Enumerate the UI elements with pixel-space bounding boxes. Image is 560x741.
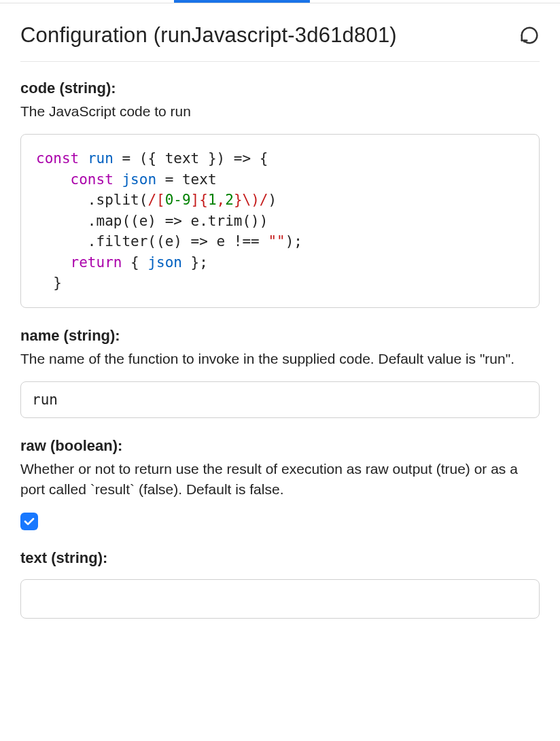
token-json2: json: [147, 254, 182, 271]
field-name-label: name (string):: [20, 327, 540, 345]
token-regex-mid: ]{: [191, 192, 208, 208]
field-text-label: text (string):: [20, 549, 540, 567]
token-eq-open: = ({ text }) => {: [113, 150, 268, 167]
token-close-paren: ): [268, 192, 277, 208]
field-name: name (string): The name of the function …: [20, 327, 540, 418]
panel-title: Configuration (runJavascript-3d61d801): [20, 23, 397, 48]
field-raw-desc: Whether or not to return use the result …: [20, 459, 540, 500]
token-regex-digits: 0-9: [165, 192, 191, 208]
code-input[interactable]: const run = ({ text }) => { const json =…: [20, 134, 540, 307]
field-name-desc: The name of the function to invoke in th…: [20, 349, 540, 369]
token-filter-end: );: [285, 233, 302, 249]
field-raw-label: raw (boolean):: [20, 437, 540, 455]
token-const: const: [36, 150, 79, 167]
token-regex-close: }\)/: [234, 192, 268, 208]
token-regex-open: /[: [147, 192, 164, 208]
field-code: code (string): The JavaScript code to ru…: [20, 80, 540, 308]
refresh-icon[interactable]: [519, 25, 540, 46]
field-code-desc: The JavaScript code to run: [20, 101, 540, 122]
token-dot-filter-pre: .filter((e) => e !==: [88, 233, 268, 249]
token-regex-q2: 2: [225, 192, 234, 208]
token-return: return: [71, 254, 122, 271]
token-const2: const: [71, 171, 113, 188]
raw-checkbox[interactable]: [20, 513, 38, 530]
token-ret-open: {: [122, 254, 147, 271]
token-regex-comma: ,: [217, 192, 226, 208]
token-regex-q1: 1: [208, 192, 217, 208]
token-brace-close: }: [53, 275, 62, 291]
token-json: json: [122, 171, 156, 188]
name-input[interactable]: [20, 381, 540, 418]
token-dot-split: .split(: [88, 192, 148, 208]
panel-header: Configuration (runJavascript-3d61d801): [20, 23, 540, 62]
token-run: run: [88, 150, 113, 167]
field-raw: raw (boolean): Whether or not to return …: [20, 437, 540, 530]
field-text: text (string):: [20, 549, 540, 619]
field-code-label: code (string):: [20, 80, 540, 97]
token-empty-str: "": [268, 233, 285, 249]
svg-point-0: [524, 41, 525, 41]
token-ret-close: };: [182, 254, 208, 271]
config-panel: Configuration (runJavascript-3d61d801) c…: [0, 5, 560, 655]
token-assign-text: = text: [156, 171, 217, 188]
text-input[interactable]: [20, 579, 540, 619]
token-dot-map: .map((e) => e.trim()): [88, 213, 268, 229]
